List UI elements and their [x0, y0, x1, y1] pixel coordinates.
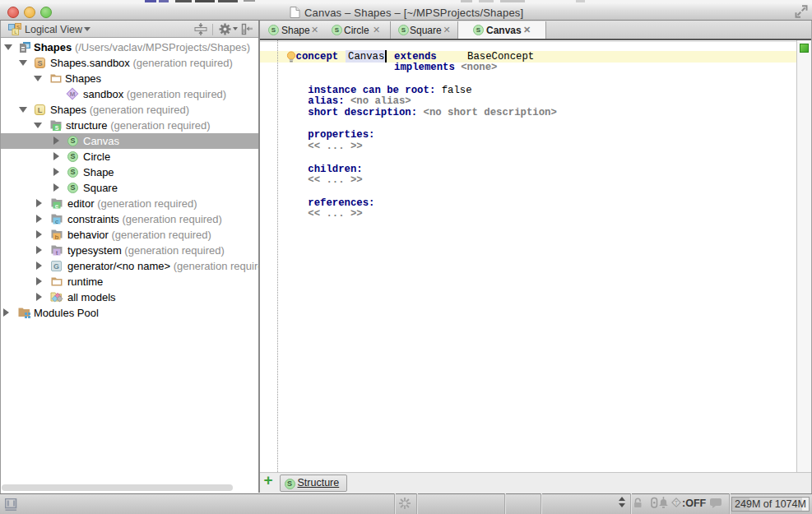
- svg-text:S: S: [55, 125, 59, 131]
- svg-text:c: c: [55, 218, 58, 225]
- svg-text:e: e: [55, 202, 59, 210]
- svg-text:b: b: [55, 234, 59, 241]
- svg-text:M: M: [70, 90, 76, 98]
- svg-text:T: T: [675, 500, 678, 506]
